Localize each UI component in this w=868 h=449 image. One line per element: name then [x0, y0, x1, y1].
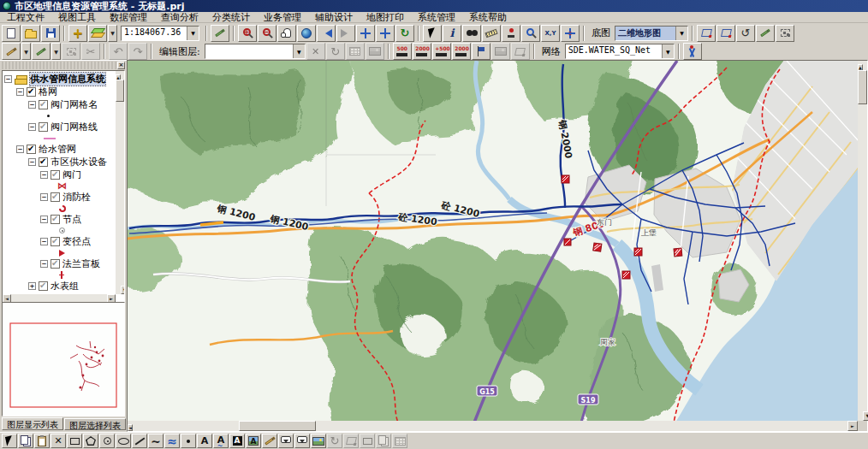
panel-grip[interactable]: × [2, 62, 125, 69]
menu-system-help[interactable]: 系统帮助 [462, 12, 514, 23]
menu-map-print[interactable]: 地图打印 [360, 12, 411, 23]
collapse-icon[interactable] [40, 260, 48, 268]
scroll-down-button[interactable]: ▼ [121, 286, 125, 294]
add-layer-button[interactable]: + [68, 25, 87, 42]
paste-button[interactable] [34, 434, 50, 448]
network-analysis-button[interactable] [683, 43, 702, 60]
text-block-button[interactable] [229, 434, 245, 448]
layer-checkbox[interactable] [51, 215, 60, 224]
title-bar[interactable]: 市区地理信息资源管理系统 - 无标题.prj [0, 0, 868, 12]
map-scroll-left-button[interactable]: ◄ [128, 424, 133, 431]
draw-point-button[interactable] [181, 434, 196, 448]
pointer-flash-tool-button[interactable] [211, 25, 229, 42]
offset-shape-button[interactable] [776, 25, 794, 42]
tree-node-blind-flange[interactable]: 法兰盲板 [3, 257, 116, 270]
zoom-center-button[interactable] [376, 25, 395, 42]
basemap-dropdown[interactable]: ▼ [675, 27, 687, 40]
menu-system-management[interactable]: 系统管理 [411, 12, 462, 23]
pan-button[interactable] [277, 25, 296, 42]
menu-view-tools[interactable]: 视图工具 [51, 12, 103, 23]
sketch-tool-dropdown[interactable]: ▼ [21, 43, 31, 60]
draw-freehand-button[interactable]: ≈ [164, 434, 180, 448]
full-extent-button[interactable] [297, 25, 316, 42]
copy-button[interactable] [18, 434, 33, 448]
draw-line-button[interactable] [132, 434, 147, 448]
xy-locate-button[interactable]: X,Y [541, 25, 560, 42]
pencil-tool-button[interactable] [32, 43, 51, 60]
collapse-icon[interactable] [40, 193, 48, 201]
collapse-icon[interactable] [16, 145, 24, 153]
gps-locate-button[interactable] [502, 25, 520, 42]
network-combo[interactable]: SDE.WATER_SQ_Net ▼ [565, 44, 675, 59]
annotation-500-button[interactable]: 500 [393, 43, 412, 60]
edit-layer-combo[interactable]: ▼ [205, 44, 306, 59]
map-horizontal-scrollbar[interactable]: ◄ ► [128, 421, 858, 431]
map-vertical-scrollbar[interactable]: ▲ ▼ [858, 61, 867, 421]
text-along-line-button[interactable]: A [213, 434, 229, 448]
tree-node-hydrant[interactable]: 消防栓 [3, 191, 116, 204]
insert-image-button[interactable] [311, 434, 326, 448]
layer-checkbox[interactable] [39, 100, 48, 109]
layer-checkbox[interactable] [27, 87, 36, 97]
edit-vertex-button[interactable] [697, 25, 716, 42]
collapse-icon[interactable] [28, 123, 36, 131]
tab-layer-display-list[interactable]: 图层显示列表 [2, 417, 63, 430]
tree-node-city-equipment[interactable]: 市区供水设备 [3, 156, 116, 168]
map-scroll-right-button[interactable]: ► [847, 421, 858, 431]
draw-polygon-button[interactable] [83, 434, 98, 448]
previous-view-button[interactable] [317, 25, 336, 42]
collapse-icon[interactable] [40, 238, 48, 245]
tree-vertical-scrollbar[interactable]: ▲ ▼ [116, 71, 124, 294]
menu-assist-design[interactable]: 辅助设计 [308, 12, 360, 23]
tree-node-valve[interactable]: 阀门 [3, 168, 116, 181]
collapse-icon[interactable] [28, 158, 36, 166]
layer-tree-viewport[interactable]: 供水管网信息系统 格网 阀门网格名 [3, 71, 116, 294]
collapse-icon[interactable] [28, 101, 36, 109]
scale-dropdown[interactable]: ▼ [187, 27, 199, 40]
expand-icon[interactable] [28, 282, 36, 290]
search-button[interactable] [521, 25, 540, 42]
zoom-in-button[interactable]: + [238, 25, 257, 42]
text-picture-button[interactable] [246, 434, 261, 448]
edit-layer-dropdown[interactable]: ▼ [293, 44, 305, 58]
menu-business-management[interactable]: 业务管理 [257, 12, 308, 23]
tree-node-root[interactable]: 供水管网信息系统 [3, 73, 116, 86]
menu-data-management[interactable]: 数据管理 [103, 12, 154, 23]
collapse-icon[interactable] [4, 75, 12, 83]
tree-node-water-network[interactable]: 给水管网 [3, 143, 116, 156]
network-dropdown[interactable]: ▼ [662, 44, 674, 58]
measure-button[interactable] [482, 25, 501, 42]
scroll-thumb[interactable] [116, 80, 124, 102]
draw-circle-button[interactable] [99, 434, 115, 448]
collapse-icon[interactable] [16, 88, 24, 96]
center-map-button[interactable] [561, 25, 580, 42]
layer-checkbox[interactable] [51, 170, 60, 180]
map-canvas[interactable]: 钢 1200 钢 1200 砼 1200 砼 1200 钢 2000 钢 800… [128, 61, 859, 422]
draw-curve-button[interactable]: ∼ [148, 434, 163, 448]
reshape-button[interactable] [716, 25, 735, 42]
select-annotation-button[interactable] [2, 434, 17, 448]
tree-node-grid[interactable]: 格网 [3, 86, 116, 98]
tree-node-valve-grid-line[interactable]: 阀门网格线 [3, 121, 116, 133]
layer-manager-button[interactable] [88, 25, 107, 42]
basemap-combo[interactable]: 二维地形图 ▼ [615, 26, 688, 41]
map-vscroll-thumb[interactable] [858, 70, 867, 104]
next-view-button[interactable] [336, 25, 355, 42]
layer-checkbox[interactable] [39, 157, 48, 167]
collapse-icon[interactable] [40, 216, 48, 223]
layer-manager-dropdown[interactable]: ▼ [108, 25, 117, 42]
tree-root-label[interactable]: 供水管网信息系统 [30, 73, 105, 86]
flag-annotation-button[interactable] [472, 43, 490, 60]
menu-query-analysis[interactable]: 查询分析 [154, 12, 205, 23]
mirror-shape-button[interactable] [756, 25, 775, 42]
scale-combo[interactable]: 1:184067.36 ▼ [121, 26, 199, 41]
rotate-shape-button[interactable]: ↺ [736, 25, 755, 42]
open-project-button[interactable] [21, 25, 40, 42]
callout-right-button[interactable] [294, 434, 310, 448]
delete-annotation-button[interactable]: ✕ [51, 434, 66, 448]
panel-close-button[interactable]: × [117, 62, 125, 69]
annotation-2000b-button[interactable]: 2000 [452, 43, 471, 60]
pencil-tool-dropdown[interactable]: ▼ [51, 43, 61, 60]
map-view[interactable]: 钢 1200 钢 1200 砼 1200 砼 1200 钢 2000 钢 800… [127, 60, 868, 432]
layer-checkbox[interactable] [51, 259, 60, 269]
